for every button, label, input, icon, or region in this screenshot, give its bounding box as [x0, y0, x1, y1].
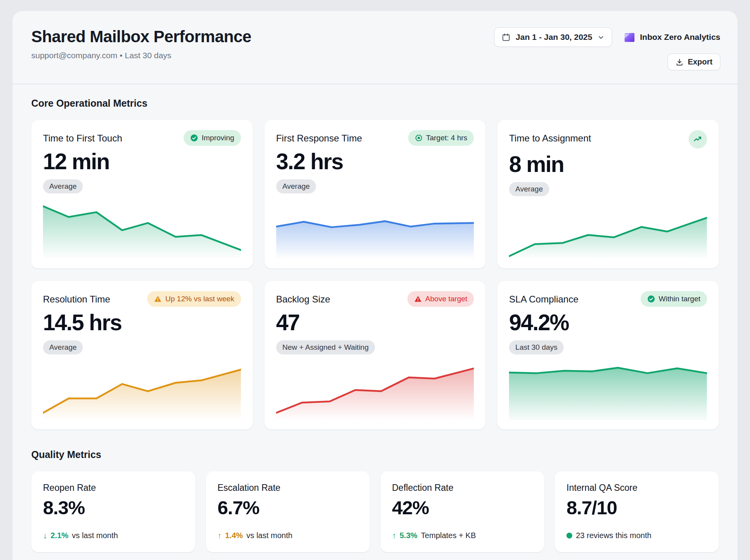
warning-triangle-icon	[154, 295, 162, 303]
warning-triangle-icon	[414, 295, 422, 303]
metric-card-title: First Response Time	[276, 130, 362, 144]
header-controls: Jan 1 - Jan 30, 2025	[494, 27, 720, 70]
dot-icon	[566, 533, 572, 539]
sparkline-chart	[509, 360, 707, 420]
date-range-picker[interactable]: Jan 1 - Jan 30, 2025	[494, 27, 612, 47]
section-core-metrics-title: Core Operational Metrics	[31, 98, 719, 109]
arrow-up-icon: ↑	[218, 531, 222, 540]
metric-card: Time to First TouchImproving12 minAverag…	[31, 120, 253, 268]
quality-change-text: vs last month	[246, 531, 293, 540]
quality-value: 6.7%	[218, 498, 358, 517]
download-icon	[675, 58, 684, 66]
arrow-up-icon: ↑	[392, 531, 396, 540]
metric-status-badge: Improving	[184, 130, 241, 146]
check-circle-icon	[190, 134, 198, 142]
quality-change: ↓2.1%vs last month	[43, 531, 184, 540]
quality-value: 42%	[392, 498, 533, 517]
dashboard-panel: Shared Mailbox Performance support@compa…	[12, 11, 738, 560]
metric-card: First Response TimeTarget: 4 hrs3.2 hrsA…	[264, 120, 486, 268]
brand-logo-icon	[623, 31, 635, 43]
metric-card-title: SLA Compliance	[509, 291, 578, 305]
check-circle-icon	[647, 295, 655, 303]
date-range-label: Jan 1 - Jan 30, 2025	[516, 32, 592, 42]
dashboard-header: Shared Mailbox Performance support@compa…	[12, 11, 738, 70]
metric-context-pill: Average	[509, 182, 549, 196]
trending-up-icon	[689, 130, 707, 148]
metric-status-badge: Up 12% vs last week	[147, 291, 241, 307]
metric-card-title: Backlog Size	[276, 291, 330, 305]
page-title: Shared Mailbox Performance	[31, 27, 251, 46]
quality-change: 23 reviews this month	[566, 531, 707, 540]
sparkline-chart	[43, 199, 241, 259]
calendar-icon	[502, 33, 511, 42]
quality-metrics-grid: Reopen Rate8.3%↓2.1%vs last monthEscalat…	[31, 471, 719, 552]
metric-card-title: Time to Assignment	[509, 130, 591, 144]
quality-value: 8.7/10	[566, 498, 707, 517]
metric-card-title: Time to First Touch	[43, 130, 122, 144]
metric-card: SLA ComplianceWithin target94.2%Last 30 …	[497, 281, 719, 429]
quality-change-highlight: 5.3%	[400, 531, 418, 540]
metric-card: Resolution TimeUp 12% vs last week14.5 h…	[31, 281, 253, 429]
brand: Inbox Zero Analytics	[623, 31, 720, 43]
metric-card: Time to Assignment8 minAverage	[497, 120, 719, 268]
section-quality-metrics-title: Quality Metrics	[31, 449, 719, 460]
metric-context-pill: Average	[43, 179, 83, 193]
header-titles: Shared Mailbox Performance support@compa…	[31, 27, 251, 60]
metric-value: 94.2%	[509, 311, 707, 334]
target-icon	[415, 134, 423, 142]
export-label: Export	[688, 57, 712, 66]
metric-badge-label: Improving	[202, 134, 234, 142]
sparkline-chart	[276, 199, 474, 259]
sparkline-chart	[276, 360, 474, 420]
metric-card-title: Resolution Time	[43, 291, 110, 305]
quality-card-title: Internal QA Score	[566, 483, 707, 493]
quality-change: ↑5.3%Templates + KB	[392, 531, 533, 540]
quality-metric-card: Internal QA Score8.7/1023 reviews this m…	[555, 471, 719, 552]
metric-value: 14.5 hrs	[43, 311, 241, 334]
export-button[interactable]: Export	[668, 54, 720, 70]
metric-badge-label: Above target	[425, 295, 468, 303]
metric-card: Backlog SizeAbove target47New + Assigned…	[264, 281, 486, 429]
quality-metric-card: Escalation Rate6.7%↑1.4%vs last month	[206, 471, 370, 552]
quality-value: 8.3%	[43, 498, 184, 517]
metric-value: 12 min	[43, 150, 241, 173]
quality-change: ↑1.4%vs last month	[218, 531, 358, 540]
metric-status-badge: Target: 4 hrs	[408, 130, 474, 146]
sparkline-chart	[509, 202, 707, 259]
metric-value: 47	[276, 311, 474, 334]
brand-name: Inbox Zero Analytics	[640, 32, 720, 42]
metric-value: 3.2 hrs	[276, 150, 474, 173]
metric-value: 8 min	[509, 153, 707, 175]
metric-status-badge: Within target	[641, 291, 707, 307]
quality-change-highlight: 2.1%	[51, 531, 69, 540]
quality-change-highlight: 1.4%	[225, 531, 243, 540]
dashboard-body: Core Operational Metrics Time to First T…	[12, 84, 738, 552]
metric-status-badge: Above target	[407, 291, 474, 307]
quality-card-title: Escalation Rate	[218, 483, 358, 493]
core-metrics-grid: Time to First TouchImproving12 minAverag…	[31, 120, 719, 429]
metric-badge-label: Within target	[659, 295, 700, 303]
metric-context-pill: Average	[43, 340, 83, 354]
metric-context-pill: New + Assigned + Waiting	[276, 340, 375, 354]
quality-change-text: 23 reviews this month	[576, 531, 651, 540]
arrow-down-icon: ↓	[43, 531, 47, 540]
quality-change-text: vs last month	[72, 531, 118, 540]
quality-metric-card: Deflection Rate42%↑5.3%Templates + KB	[380, 471, 545, 552]
sparkline-chart	[43, 360, 241, 420]
metric-context-pill: Average	[276, 179, 316, 193]
metric-context-pill: Last 30 days	[509, 340, 564, 354]
quality-change-text: Templates + KB	[421, 531, 476, 540]
quality-metric-card: Reopen Rate8.3%↓2.1%vs last month	[31, 471, 195, 552]
page-subtitle: support@company.com • Last 30 days	[31, 51, 251, 60]
metric-badge-label: Target: 4 hrs	[426, 134, 468, 142]
quality-card-title: Reopen Rate	[43, 483, 184, 493]
chevron-down-icon	[597, 34, 605, 41]
metric-badge-label: Up 12% vs last week	[165, 295, 234, 303]
quality-card-title: Deflection Rate	[392, 483, 533, 493]
